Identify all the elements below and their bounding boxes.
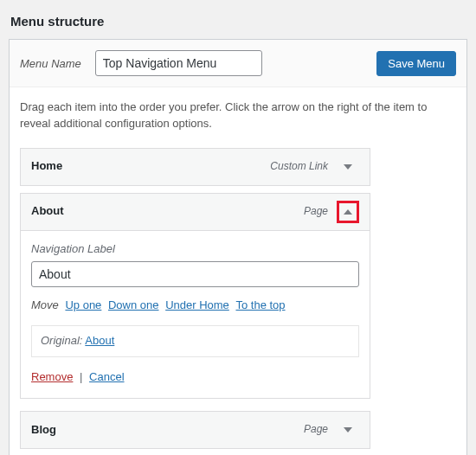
menu-name-input[interactable] xyxy=(95,50,262,76)
original-label: Original: xyxy=(41,334,82,347)
move-under-link[interactable]: Under Home xyxy=(165,298,229,311)
chevron-up-icon[interactable] xyxy=(337,201,359,223)
section-title: Menu structure xyxy=(10,14,467,29)
menu-item-type: Page xyxy=(304,204,328,219)
menu-item-about[interactable]: About Page xyxy=(20,193,370,231)
original-link[interactable]: About xyxy=(85,334,114,347)
menu-item-title: Blog xyxy=(31,422,56,439)
menu-item-home[interactable]: Home Custom Link xyxy=(20,148,370,186)
menu-item-type: Custom Link xyxy=(270,159,328,174)
menu-item-blog[interactable]: Blog Page xyxy=(20,411,370,449)
chevron-down-icon[interactable] xyxy=(337,156,359,178)
item-actions: Remove | Cancel xyxy=(31,369,359,386)
move-up-link[interactable]: Up one xyxy=(65,298,101,311)
cancel-link[interactable]: Cancel xyxy=(89,370,124,383)
menu-name-label: Menu Name xyxy=(20,57,81,70)
menu-item-title: Home xyxy=(31,158,62,175)
menu-item-about-settings: Navigation Label Move Up one Down one Un… xyxy=(20,231,370,399)
menu-item-title: About xyxy=(31,203,64,220)
navigation-label-input[interactable] xyxy=(31,261,359,287)
menu-item-type: Page xyxy=(304,422,328,437)
chevron-down-icon[interactable] xyxy=(337,419,359,441)
move-down-link[interactable]: Down one xyxy=(108,298,159,311)
move-label: Move xyxy=(31,298,59,311)
panel-body: Drag each item into the order you prefer… xyxy=(10,87,466,455)
instruction-text: Drag each item into the order you prefer… xyxy=(20,99,456,132)
navigation-label-field-label: Navigation Label xyxy=(31,241,359,258)
move-row: Move Up one Down one Under Home To the t… xyxy=(31,298,359,314)
save-menu-button[interactable]: Save Menu xyxy=(376,51,456,76)
menu-panel: Menu Name Save Menu Drag each item into … xyxy=(9,39,467,455)
remove-link[interactable]: Remove xyxy=(31,370,73,383)
panel-header: Menu Name Save Menu xyxy=(10,40,466,87)
original-box: Original: About xyxy=(31,325,359,357)
separator: | xyxy=(80,370,82,383)
move-top-link[interactable]: To the top xyxy=(235,298,285,311)
